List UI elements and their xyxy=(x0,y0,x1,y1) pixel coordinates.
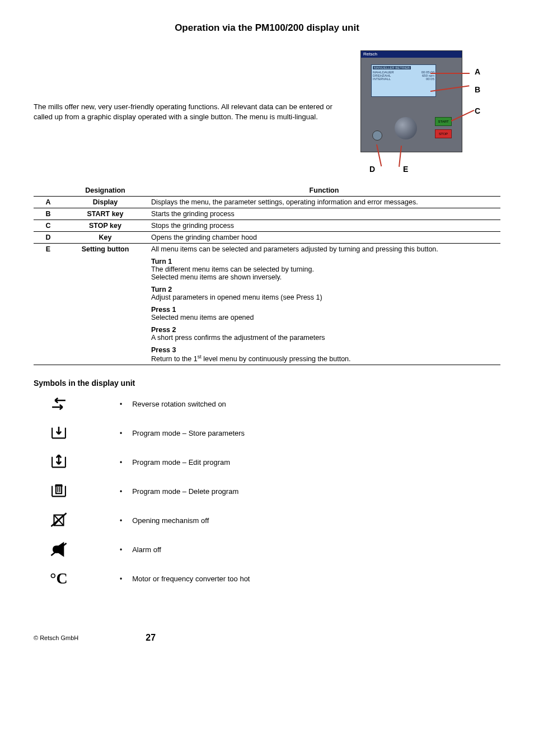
label-a: A xyxy=(475,67,480,76)
row-designation: Key xyxy=(63,232,148,244)
device-figure: Retsch MANUELLER BETRIEB MAHLDAUER00:05:… xyxy=(355,50,500,174)
row-function: All menu items can be selected and param… xyxy=(148,244,500,365)
blk-head: Press 3 xyxy=(151,346,176,354)
symbol-text: Program mode – Edit program xyxy=(120,458,230,466)
label-c: C xyxy=(475,106,480,115)
symbol-text: Opening mechanism off xyxy=(120,516,209,525)
symbol-text: Reverse rotation switched on xyxy=(120,400,226,408)
table-row: E Setting button All menu items can be s… xyxy=(34,244,500,365)
blk-text: Return to the 1 xyxy=(151,355,198,363)
symbol-row: °C Motor or frequency converter too hot xyxy=(48,569,500,588)
copyright: © Retsch GmbH xyxy=(34,634,78,641)
intro-paragraph: The mills offer new, very user-friendly … xyxy=(34,102,332,122)
row-designation: START key xyxy=(63,208,148,220)
delete-program-icon xyxy=(48,482,69,501)
temperature-icon: °C xyxy=(48,569,69,588)
device-start-button: START xyxy=(435,117,452,126)
row-designation: Display xyxy=(63,197,148,208)
row-id: C xyxy=(34,220,63,232)
blk-text: The different menu items can be selected… xyxy=(151,265,314,281)
table-row: C STOP key Stops the grinding process xyxy=(34,220,500,232)
func-intro: All menu items can be selected and param… xyxy=(151,245,497,253)
symbol-row: Reverse rotation switched on xyxy=(48,394,500,413)
symbol-row: Program mode – Edit program xyxy=(48,452,500,472)
screen-cell: 00:05 xyxy=(426,77,434,81)
symbols-list: Reverse rotation switched on Program mod… xyxy=(48,394,500,588)
row-function: Starts the grinding process xyxy=(148,208,500,220)
row-id: D xyxy=(34,232,63,244)
reverse-rotation-icon xyxy=(48,394,69,413)
symbol-row: Alarm off xyxy=(48,540,500,559)
symbol-text: Motor or frequency converter too hot xyxy=(120,575,250,583)
row-id: B xyxy=(34,208,63,220)
row-function: Opens the grinding chamber hood xyxy=(148,232,500,244)
th-designation: Designation xyxy=(63,185,148,197)
blk-text: Selected menu items are opened xyxy=(151,314,254,321)
screen-header: MANUELLER BETRIEB xyxy=(373,66,411,69)
row-function: Displays the menu, the parameter setting… xyxy=(148,197,500,208)
row-id: A xyxy=(34,197,63,208)
device-screen: MANUELLER BETRIEB MAHLDAUER00:05:00 DREH… xyxy=(371,64,436,97)
device-key xyxy=(372,130,382,141)
row-function: Stops the grinding process xyxy=(148,220,500,232)
label-b: B xyxy=(475,85,480,94)
row-designation: Setting button xyxy=(63,244,148,365)
symbol-text: Program mode – Delete program xyxy=(120,487,238,496)
blk-head: Press 1 xyxy=(151,306,176,314)
edit-program-icon xyxy=(48,452,69,472)
opening-mechanism-off-icon xyxy=(48,511,69,530)
blk-head: Turn 1 xyxy=(151,258,172,265)
blk-head: Turn 2 xyxy=(151,286,172,293)
blk-sup: st xyxy=(198,354,202,360)
brand-strip: Retsch xyxy=(361,51,462,58)
table-row: A Display Displays the menu, the paramet… xyxy=(34,197,500,208)
symbol-row: Opening mechanism off xyxy=(48,511,500,530)
blk-text: level menu by continuously pressing the … xyxy=(202,355,351,363)
symbol-text: Program mode – Store parameters xyxy=(120,429,245,437)
label-e: E xyxy=(403,165,408,174)
symbol-row: Program mode – Delete program xyxy=(48,482,500,501)
th-function: Function xyxy=(148,185,500,197)
blk-text: Adjust parameters in opened menu items (… xyxy=(151,293,322,301)
store-parameters-icon xyxy=(48,423,69,442)
screen-cell: INTERVALL xyxy=(373,77,391,81)
page-number: 27 xyxy=(146,633,156,643)
row-id: E xyxy=(34,244,63,365)
page-footer: © Retsch GmbH 27 xyxy=(34,633,500,643)
blk-head: Press 2 xyxy=(151,326,176,334)
table-row: B START key Starts the grinding process xyxy=(34,208,500,220)
alarm-off-icon xyxy=(48,540,69,559)
row-designation: STOP key xyxy=(63,220,148,232)
table-row: D Key Opens the grinding chamber hood xyxy=(34,232,500,244)
symbol-row: Program mode – Store parameters xyxy=(48,423,500,442)
blk-text: A short press confirms the adjustment of… xyxy=(151,334,325,342)
symbols-heading: Symbols in the display unit xyxy=(34,379,500,388)
symbol-text: Alarm off xyxy=(120,545,161,554)
page-title: Operation via the PM100/200 display unit xyxy=(34,22,500,34)
label-d: D xyxy=(369,165,375,174)
device-knob xyxy=(395,117,417,139)
device-stop-button: STOP xyxy=(435,129,452,138)
reference-table: Designation Function A Display Displays … xyxy=(34,185,500,365)
